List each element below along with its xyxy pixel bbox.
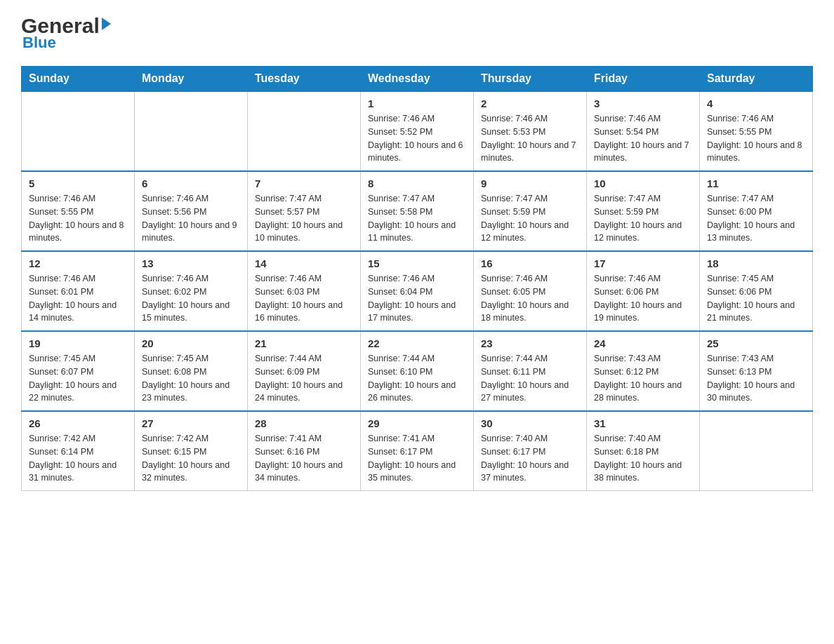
day-header-sunday: Sunday xyxy=(22,67,135,92)
day-header-tuesday: Tuesday xyxy=(248,67,361,92)
calendar-cell xyxy=(135,91,248,171)
day-info: Sunrise: 7:45 AM Sunset: 6:07 PM Dayligh… xyxy=(29,352,127,405)
day-number: 26 xyxy=(29,417,127,429)
day-number: 6 xyxy=(142,177,240,189)
day-info: Sunrise: 7:44 AM Sunset: 6:10 PM Dayligh… xyxy=(368,352,466,405)
day-info: Sunrise: 7:41 AM Sunset: 6:16 PM Dayligh… xyxy=(255,432,353,485)
day-info: Sunrise: 7:45 AM Sunset: 6:06 PM Dayligh… xyxy=(707,272,805,325)
calendar-cell: 22Sunrise: 7:44 AM Sunset: 6:10 PM Dayli… xyxy=(361,331,474,411)
day-info: Sunrise: 7:46 AM Sunset: 6:04 PM Dayligh… xyxy=(368,272,466,325)
calendar-cell: 17Sunrise: 7:46 AM Sunset: 6:06 PM Dayli… xyxy=(587,251,700,331)
day-info: Sunrise: 7:45 AM Sunset: 6:08 PM Dayligh… xyxy=(142,352,240,405)
day-number: 18 xyxy=(707,257,805,269)
day-info: Sunrise: 7:42 AM Sunset: 6:14 PM Dayligh… xyxy=(29,432,127,485)
calendar-cell: 9Sunrise: 7:47 AM Sunset: 5:59 PM Daylig… xyxy=(474,171,587,251)
calendar-cell: 5Sunrise: 7:46 AM Sunset: 5:55 PM Daylig… xyxy=(22,171,135,251)
day-number: 12 xyxy=(29,257,127,269)
day-info: Sunrise: 7:46 AM Sunset: 5:52 PM Dayligh… xyxy=(368,112,466,165)
day-number: 5 xyxy=(29,177,127,189)
calendar-week-5: 26Sunrise: 7:42 AM Sunset: 6:14 PM Dayli… xyxy=(22,411,813,491)
calendar-cell xyxy=(248,91,361,171)
day-number: 4 xyxy=(707,98,805,109)
day-info: Sunrise: 7:47 AM Sunset: 5:59 PM Dayligh… xyxy=(481,192,579,245)
day-number: 22 xyxy=(368,337,466,349)
calendar-cell: 28Sunrise: 7:41 AM Sunset: 6:16 PM Dayli… xyxy=(248,411,361,491)
day-info: Sunrise: 7:40 AM Sunset: 6:17 PM Dayligh… xyxy=(481,432,579,485)
day-header-monday: Monday xyxy=(135,67,248,92)
day-info: Sunrise: 7:43 AM Sunset: 6:13 PM Dayligh… xyxy=(707,352,805,405)
calendar-cell xyxy=(22,91,135,171)
calendar-cell: 10Sunrise: 7:47 AM Sunset: 5:59 PM Dayli… xyxy=(587,171,700,251)
day-number: 25 xyxy=(707,337,805,349)
day-info: Sunrise: 7:46 AM Sunset: 6:06 PM Dayligh… xyxy=(594,272,692,325)
day-number: 14 xyxy=(255,257,353,269)
day-number: 31 xyxy=(594,417,692,429)
day-info: Sunrise: 7:46 AM Sunset: 6:01 PM Dayligh… xyxy=(29,272,127,325)
day-info: Sunrise: 7:47 AM Sunset: 5:57 PM Dayligh… xyxy=(255,192,353,245)
calendar-cell: 12Sunrise: 7:46 AM Sunset: 6:01 PM Dayli… xyxy=(22,251,135,331)
day-info: Sunrise: 7:46 AM Sunset: 6:02 PM Dayligh… xyxy=(142,272,240,325)
day-number: 13 xyxy=(142,257,240,269)
calendar-cell: 11Sunrise: 7:47 AM Sunset: 6:00 PM Dayli… xyxy=(700,171,813,251)
page-header: General Blue xyxy=(21,14,813,52)
logo: General Blue xyxy=(21,14,111,52)
calendar-cell: 19Sunrise: 7:45 AM Sunset: 6:07 PM Dayli… xyxy=(22,331,135,411)
day-number: 17 xyxy=(594,257,692,269)
calendar-cell: 18Sunrise: 7:45 AM Sunset: 6:06 PM Dayli… xyxy=(700,251,813,331)
day-number: 23 xyxy=(481,337,579,349)
day-number: 11 xyxy=(707,177,805,189)
day-number: 24 xyxy=(594,337,692,349)
day-info: Sunrise: 7:43 AM Sunset: 6:12 PM Dayligh… xyxy=(594,352,692,405)
day-header-thursday: Thursday xyxy=(474,67,587,92)
calendar-cell: 25Sunrise: 7:43 AM Sunset: 6:13 PM Dayli… xyxy=(700,331,813,411)
calendar-table: SundayMondayTuesdayWednesdayThursdayFrid… xyxy=(21,66,813,491)
day-number: 10 xyxy=(594,177,692,189)
calendar-cell: 8Sunrise: 7:47 AM Sunset: 5:58 PM Daylig… xyxy=(361,171,474,251)
day-info: Sunrise: 7:41 AM Sunset: 6:17 PM Dayligh… xyxy=(368,432,466,485)
day-number: 21 xyxy=(255,337,353,349)
day-info: Sunrise: 7:46 AM Sunset: 5:54 PM Dayligh… xyxy=(594,112,692,165)
calendar-cell: 3Sunrise: 7:46 AM Sunset: 5:54 PM Daylig… xyxy=(587,91,700,171)
calendar-cell: 16Sunrise: 7:46 AM Sunset: 6:05 PM Dayli… xyxy=(474,251,587,331)
day-info: Sunrise: 7:46 AM Sunset: 5:55 PM Dayligh… xyxy=(707,112,805,165)
calendar-cell: 24Sunrise: 7:43 AM Sunset: 6:12 PM Dayli… xyxy=(587,331,700,411)
day-number: 20 xyxy=(142,337,240,349)
calendar-body: 1Sunrise: 7:46 AM Sunset: 5:52 PM Daylig… xyxy=(22,91,813,491)
calendar-cell: 21Sunrise: 7:44 AM Sunset: 6:09 PM Dayli… xyxy=(248,331,361,411)
day-header-friday: Friday xyxy=(587,67,700,92)
calendar-cell: 15Sunrise: 7:46 AM Sunset: 6:04 PM Dayli… xyxy=(361,251,474,331)
calendar-cell: 23Sunrise: 7:44 AM Sunset: 6:11 PM Dayli… xyxy=(474,331,587,411)
day-info: Sunrise: 7:46 AM Sunset: 6:05 PM Dayligh… xyxy=(481,272,579,325)
day-number: 15 xyxy=(368,257,466,269)
calendar-week-1: 1Sunrise: 7:46 AM Sunset: 5:52 PM Daylig… xyxy=(22,91,813,171)
calendar-cell: 6Sunrise: 7:46 AM Sunset: 5:56 PM Daylig… xyxy=(135,171,248,251)
calendar-cell: 31Sunrise: 7:40 AM Sunset: 6:18 PM Dayli… xyxy=(587,411,700,491)
calendar-header: SundayMondayTuesdayWednesdayThursdayFrid… xyxy=(22,67,813,92)
day-info: Sunrise: 7:46 AM Sunset: 6:03 PM Dayligh… xyxy=(255,272,353,325)
day-info: Sunrise: 7:47 AM Sunset: 5:59 PM Dayligh… xyxy=(594,192,692,245)
calendar-cell xyxy=(700,411,813,491)
day-info: Sunrise: 7:46 AM Sunset: 5:56 PM Dayligh… xyxy=(142,192,240,245)
day-info: Sunrise: 7:44 AM Sunset: 6:11 PM Dayligh… xyxy=(481,352,579,405)
calendar-cell: 13Sunrise: 7:46 AM Sunset: 6:02 PM Dayli… xyxy=(135,251,248,331)
calendar-cell: 26Sunrise: 7:42 AM Sunset: 6:14 PM Dayli… xyxy=(22,411,135,491)
day-number: 28 xyxy=(255,417,353,429)
day-header-wednesday: Wednesday xyxy=(361,67,474,92)
calendar-week-2: 5Sunrise: 7:46 AM Sunset: 5:55 PM Daylig… xyxy=(22,171,813,251)
day-info: Sunrise: 7:44 AM Sunset: 6:09 PM Dayligh… xyxy=(255,352,353,405)
day-number: 19 xyxy=(29,337,127,349)
calendar-cell: 7Sunrise: 7:47 AM Sunset: 5:57 PM Daylig… xyxy=(248,171,361,251)
calendar-cell: 30Sunrise: 7:40 AM Sunset: 6:17 PM Dayli… xyxy=(474,411,587,491)
day-info: Sunrise: 7:47 AM Sunset: 6:00 PM Dayligh… xyxy=(707,192,805,245)
calendar-cell: 2Sunrise: 7:46 AM Sunset: 5:53 PM Daylig… xyxy=(474,91,587,171)
logo-text-blue: Blue xyxy=(22,34,56,51)
day-info: Sunrise: 7:46 AM Sunset: 5:55 PM Dayligh… xyxy=(29,192,127,245)
calendar-week-4: 19Sunrise: 7:45 AM Sunset: 6:07 PM Dayli… xyxy=(22,331,813,411)
day-number: 29 xyxy=(368,417,466,429)
day-number: 7 xyxy=(255,177,353,189)
days-of-week-row: SundayMondayTuesdayWednesdayThursdayFrid… xyxy=(22,67,813,92)
day-number: 2 xyxy=(481,98,579,109)
day-info: Sunrise: 7:46 AM Sunset: 5:53 PM Dayligh… xyxy=(481,112,579,165)
day-info: Sunrise: 7:47 AM Sunset: 5:58 PM Dayligh… xyxy=(368,192,466,245)
day-info: Sunrise: 7:42 AM Sunset: 6:15 PM Dayligh… xyxy=(142,432,240,485)
